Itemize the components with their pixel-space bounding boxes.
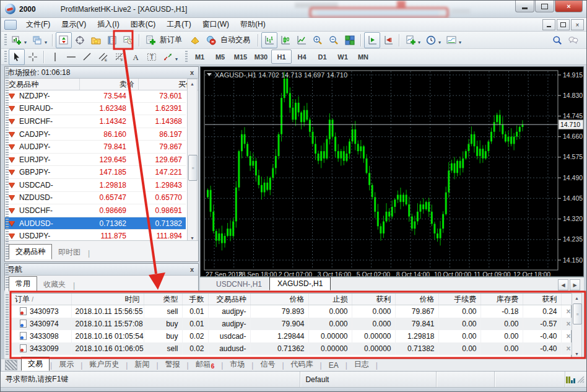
new-order-icon[interactable] [142,32,159,48]
close-order-icon[interactable]: × [566,344,570,353]
col-bid[interactable]: 卖价 [80,79,139,90]
col-3[interactable]: 交易品种 [208,294,250,305]
order-row-3430974[interactable]: 34309742018.10.11 15:57:08buy0.01audjpy-… [11,318,572,330]
navigator-close-icon[interactable]: x [188,266,196,273]
navigator-title-bar[interactable]: 导航 x [5,264,198,276]
col-1[interactable]: 类型 [144,294,182,305]
chart-bars-icon[interactable] [261,32,277,48]
new-order-label[interactable]: 新订单 [160,35,182,45]
hline-icon[interactable] [63,49,79,65]
col-0[interactable]: 时间 [71,294,144,305]
chart-window[interactable]: 14.91514.83014.74514.66014.57514.49014.4… [200,66,584,277]
scrollbar-thumb[interactable]: ≡ [573,303,582,324]
terminal-tab-9[interactable]: EA [323,360,345,371]
profiles-icon[interactable] [29,32,45,48]
tab-favorites[interactable]: 收藏夹 [37,277,72,292]
terminal-icon[interactable] [104,32,120,48]
scrollbar-thumb[interactable]: ≡ [188,155,198,181]
timeframe-m5[interactable]: M5 [210,50,230,64]
channel-icon[interactable]: E [95,49,111,65]
trendline-icon[interactable] [79,49,95,65]
shapes-icon[interactable] [160,49,176,65]
navigator-grip[interactable] [6,264,9,289]
status-profile[interactable]: Default [300,372,437,387]
mdi-system-icon[interactable] [4,20,17,30]
scroll-down-icon[interactable]: ▼ [575,349,579,358]
tile-windows-icon[interactable] [342,32,358,48]
market-watch-row-euraud[interactable]: EURAUD-1.623481.62391 [5,103,186,116]
col-order[interactable]: 订单 / [11,294,71,305]
terminal-tab-1[interactable]: 展示 [53,358,80,371]
scroll-up-icon[interactable]: ▲ [575,294,579,302]
col-4[interactable]: 价格 [250,294,308,305]
market-watch-row-nzdjpy[interactable]: NZDJPY-73.54473.601 [5,90,186,103]
periods-dropdown-icon[interactable]: ▾ [438,40,441,45]
timeframe-d1[interactable]: D1 [312,50,333,64]
timeframe-h1[interactable]: H1 [271,50,292,64]
vline-icon[interactable] [47,49,63,65]
market-watch-row-usdchf[interactable]: USDCHF-0.986690.98691 [5,204,186,217]
menu-item-3[interactable]: 图表(C) [125,17,162,32]
toolbar-grip[interactable] [185,51,188,63]
chart-candles-icon[interactable] [277,32,294,48]
menu-item-2[interactable]: 插入(I) [92,17,124,32]
order-row-3430973[interactable]: 34309732018.10.11 15:56:55sell0.01audjpy… [11,305,572,318]
col-7[interactable]: 价格 [395,294,438,305]
chart-line-icon[interactable] [294,32,310,48]
col-8[interactable]: 手续费 [438,294,480,305]
terminal-tab-8[interactable]: 代码库 [285,358,320,371]
new-chart-dropdown-icon[interactable]: ▾ [24,40,27,45]
menu-item-4[interactable]: 工具(T) [161,17,196,32]
title-bar[interactable]: 2000 ProfitMarketHK-Live2 - [XAGUSD-,H1]… [1,1,587,18]
zoom-in-icon[interactable] [310,32,326,48]
menu-item-1[interactable]: 显示(V) [56,17,92,32]
fibonacci-icon[interactable]: F [111,49,128,65]
zoom-out-icon[interactable] [326,32,342,48]
periods-icon[interactable] [423,32,439,48]
terminal-tab-0[interactable]: 交易 [21,357,50,371]
col-symbol[interactable]: 交易品种 [5,79,80,90]
terminal-grip[interactable] [6,294,9,356]
tab-symbols[interactable]: 交易品种 [9,244,52,259]
new-chart-icon[interactable] [9,32,25,48]
text-label-icon[interactable]: T [144,49,160,65]
terminal-dock-grip[interactable] [5,360,17,370]
order-row-3433098[interactable]: 34330982018.10.16 01:05:54buy0.02usdcad-… [11,330,572,342]
market-watch-row-audjpy[interactable]: AUDJPY-79.84179.867 [5,141,186,154]
toolbar-grip[interactable] [4,34,7,46]
chart-tab-usdcnh[interactable]: USDCNH-,H1 [209,278,269,290]
templates-icon[interactable] [443,32,459,48]
chart-tab-xagusd[interactable]: XAGUSD-,H1 [269,277,331,290]
crosshair-icon[interactable] [25,49,41,65]
close-order-icon[interactable]: × [566,332,570,341]
close-button[interactable]: × [555,1,583,12]
terminal-tab-4[interactable]: 警报 [159,358,186,371]
market-watch-row-audusd[interactable]: AUDUSD-0.713620.71382 [5,217,186,230]
timeframe-mn[interactable]: MN [353,50,373,64]
col-2[interactable]: 手数 [182,294,208,305]
chat-icon[interactable] [565,32,581,48]
search-icon[interactable] [549,32,565,48]
menu-item-0[interactable]: 文件(F) [20,17,56,32]
indicators-dropdown-icon[interactable]: ▾ [418,40,420,45]
text-icon[interactable]: A [128,49,144,65]
timeframe-m30[interactable]: M30 [251,50,271,64]
mdi-restore-button[interactable] [557,19,570,30]
timeframe-h4[interactable]: H4 [292,50,312,64]
menu-item-5[interactable]: 窗口(W) [197,17,235,32]
terminal-tab-7[interactable]: 信号 [254,358,281,371]
minimize-button[interactable] [515,1,534,12]
terminal-tab-3[interactable]: 新闻 [128,358,155,371]
timeframe-w1[interactable]: W1 [333,50,353,64]
timeframe-m15[interactable]: M15 [230,50,251,64]
cursor-icon[interactable] [9,49,25,65]
chart-tab-prev-icon[interactable]: ◀ [558,279,568,290]
tab-tick-chart[interactable]: 即时图 [52,245,87,259]
market-watch-row-cadjpy[interactable]: CADJPY-86.16086.197 [5,128,186,141]
market-watch-scrollbar[interactable]: ▲ ≡ ▼ [187,79,198,243]
market-watch-row-usdcad[interactable]: USDCAD-1.298181.29843 [5,179,186,192]
strategy-tester-icon[interactable] [120,32,136,48]
market-watch-row-nzdusd[interactable]: NZDUSD-0.657470.65770 [5,192,186,205]
chart-tab-next-icon[interactable]: ▶ [570,279,580,290]
col-5[interactable]: 止损 [308,294,352,305]
